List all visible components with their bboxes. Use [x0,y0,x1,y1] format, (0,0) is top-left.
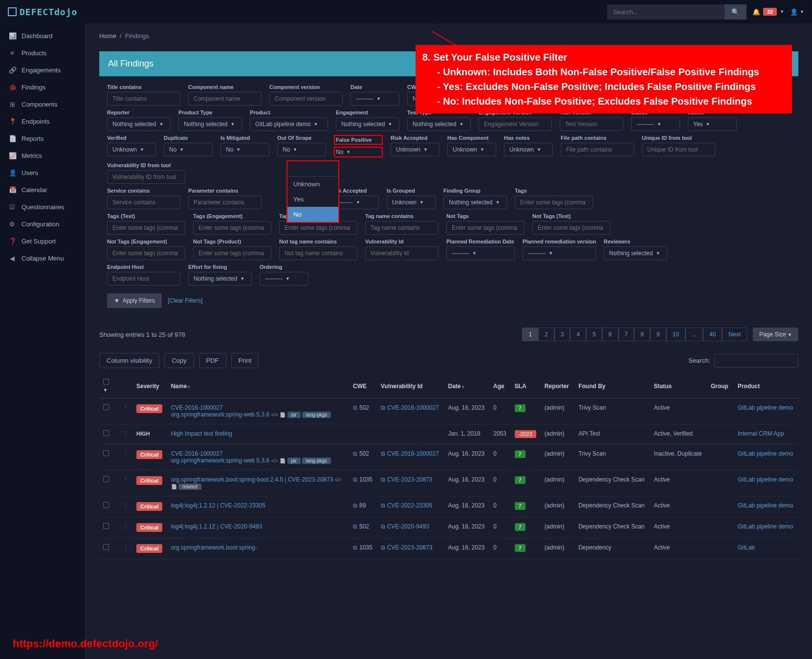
filter-select-ordering[interactable]: ---------▼ [260,272,308,286]
row-checkbox[interactable] [103,404,109,410]
column-visibility-button[interactable]: Column visibility [99,353,159,368]
column-header[interactable]: ▼ [99,374,119,398]
filter-input-title-contains[interactable] [107,92,180,106]
filter-select-reporter[interactable]: Nothing selected▼ [107,117,171,131]
filter-input-component-name[interactable] [188,92,262,106]
filter-select-effort-for-fixing[interactable]: Nothing selected▼ [188,272,252,286]
column-header[interactable]: Reporter [541,374,574,398]
filter-select-has-notes[interactable]: Unknown▼ [504,143,553,156]
filter-input-engagement-version[interactable] [479,117,552,131]
filter-select-false-positive[interactable]: No▼ [334,147,383,157]
filter-input-not-tags-(product)[interactable] [193,246,271,260]
filter-select-finding-group[interactable]: Nothing selected▼ [443,196,507,209]
tag-pill[interactable]: related [178,483,201,490]
external-link-icon[interactable]: ⧉ [353,476,357,483]
column-header[interactable]: Product [734,374,798,398]
page-size-button[interactable]: Page Size ▼ [753,328,798,341]
column-header[interactable]: Date♦ [444,374,490,398]
filter-input-service-contains[interactable] [107,196,180,209]
column-header[interactable]: Vulnerability Id [377,374,444,398]
column-header[interactable]: Group [707,374,734,398]
finding-name-link[interactable]: log4j:log4j:1.2.12 | CVE-2020-9493 [171,523,263,530]
apply-filters-button[interactable]: ▼ Apply Filters [107,293,162,308]
filter-input-tags-(product)[interactable] [279,221,357,235]
sidebar-item-questionnaires[interactable]: ☑Questionnaires [0,198,85,216]
row-checkbox[interactable] [103,523,109,529]
dropdown-option-no[interactable]: No [287,207,338,222]
filter-input-unique-id-from-tool[interactable] [642,143,715,156]
filter-select-status[interactable]: ---------▼ [631,117,680,131]
filter-select-product-type[interactable]: Nothing selected▼ [178,117,242,131]
page-5[interactable]: 5 [586,328,602,341]
dropdown-search[interactable] [287,161,338,176]
external-link-icon[interactable]: ⧉ [381,404,385,411]
finding-name-link[interactable]: org.springframework.boot:spring- [171,544,257,551]
pdf-button[interactable]: PDF [199,353,226,368]
breadcrumb-home[interactable]: Home [99,32,116,40]
external-link-icon[interactable]: ⧉ [381,450,385,457]
filter-select-date[interactable]: ---------▼ [351,92,399,106]
column-header[interactable]: Found By [574,374,650,398]
filter-select-is-mitigated[interactable]: No▼ [220,143,269,156]
filter-select-verified[interactable]: Unknown▼ [107,143,156,156]
row-checkbox[interactable] [103,502,109,508]
dropdown-option-unknown[interactable]: Unknown [287,176,338,192]
row-menu[interactable]: ⋮ [123,450,129,457]
clear-filters-link[interactable]: [Clear Filters] [168,297,202,304]
page-6[interactable]: 6 [602,328,618,341]
search-button[interactable]: 🔍 [724,4,746,20]
sidebar-item-users[interactable]: 👤Users [0,164,85,181]
row-menu[interactable]: ⋮ [123,404,129,411]
row-menu[interactable]: ⋮ [123,523,129,530]
finding-name-link[interactable]: org.springframework.boot:spring-boot:2.4… [171,476,333,483]
row-menu[interactable]: ⋮ [123,544,129,551]
row-checkbox[interactable] [103,450,109,456]
sidebar-item-endpoints[interactable]: 📍Endpoints [0,113,85,130]
filter-input-tags-(engagement)[interactable] [193,221,271,235]
column-header[interactable]: Age [489,374,511,398]
sidebar-item-calendar[interactable]: 📅Calendar [0,181,85,198]
page-8[interactable]: 8 [634,328,650,341]
filter-input-tag-name-contains[interactable] [365,221,439,235]
page-7[interactable]: 7 [618,328,635,341]
column-header[interactable]: Name♦ [167,374,349,398]
sidebar-item-findings[interactable]: 🐞Findings [0,79,85,96]
finding-name-link[interactable]: log4j:log4j:1.2.12 | CVE-2022-23305 [171,502,265,509]
external-link-icon[interactable]: ⧉ [353,523,357,530]
finding-name-link[interactable]: CVE-2016-1000027 [171,404,223,411]
row-checkbox[interactable] [103,430,109,436]
tag-pill[interactable]: lang-pkgs [302,458,331,464]
finding-name-link[interactable]: CVE-2016-1000027 [171,450,223,457]
external-link-icon[interactable]: ⧉ [353,502,357,509]
sidebar-item-engagements[interactable]: 🔗Engagements [0,62,85,79]
sidebar-item-components[interactable]: ⊞Components [0,96,85,113]
column-header[interactable]: Status [650,374,707,398]
sidebar-item-reports[interactable]: 📄Reports [0,130,85,147]
page-2[interactable]: 2 [538,328,554,341]
sidebar-item-metrics[interactable]: 📈Metrics [0,147,85,164]
page-3[interactable]: 3 [554,328,571,341]
external-link-icon[interactable]: ⧉ [381,523,385,530]
column-header[interactable]: SLA [511,374,541,398]
search-input[interactable] [607,4,724,20]
filter-input-parameter-contains[interactable] [188,196,262,209]
filter-input-file-path-contains[interactable] [561,143,634,156]
filter-input-tags[interactable] [515,196,593,209]
page-Next[interactable]: Next [722,328,747,341]
external-link-icon[interactable]: ⧉ [381,544,385,551]
copy-button[interactable]: Copy [164,353,194,368]
logo[interactable]: DEFECTdojo [8,7,77,17]
filter-select-is-grouped[interactable]: Unknown▼ [387,196,436,209]
external-link-icon[interactable]: ⧉ [381,476,385,483]
filter-select-test-type[interactable]: Nothing selected▼ [407,117,471,131]
filter-input-test-version[interactable] [560,117,623,131]
sidebar-item-get-support[interactable]: ❓Get Support [0,233,85,250]
filter-select-reviewers[interactable]: Nothing selected▼ [604,246,667,260]
finding-name-link[interactable]: High Impact test finding [171,430,232,437]
table-search-input[interactable] [714,354,798,368]
filter-select-out-of-scope[interactable]: No▼ [277,143,326,156]
tag-pill[interactable]: jar [287,458,301,464]
external-link-icon[interactable]: ⧉ [353,404,357,411]
row-menu[interactable]: ⋮ [123,502,129,509]
filter-select-active[interactable]: Yes▼ [688,117,737,131]
